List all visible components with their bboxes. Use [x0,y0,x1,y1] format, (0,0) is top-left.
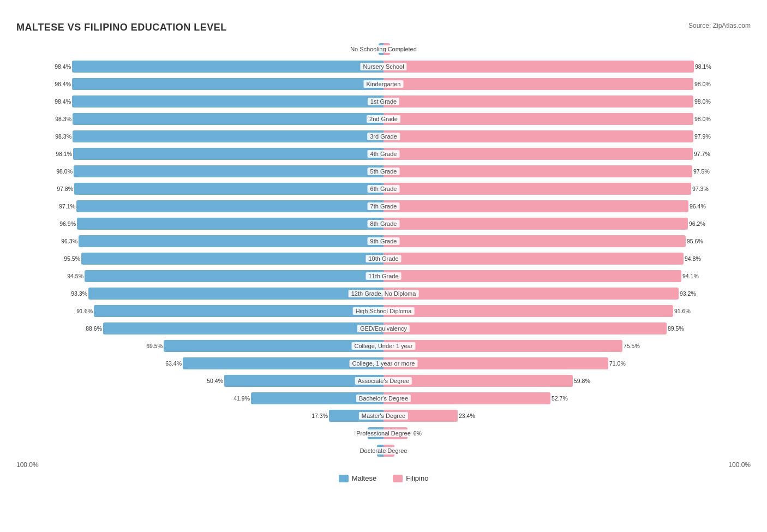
bar-row: 5.0% Professional Degree 7.6% [16,426,751,441]
bar-row: 88.6% GED/Equivalency 89.5% [16,321,751,336]
left-bar-wrap: 98.1% [16,146,384,162]
pink-value: 98.1% [695,63,711,70]
right-bar-wrap: 23.4% [384,408,751,423]
blue-value: 63.4% [165,360,182,367]
pink-bar [384,113,693,125]
bar-row: 94.5% 11th Grade 94.1% [16,268,751,284]
legend-filipino: Filipino [393,474,428,482]
blue-value: 94.5% [67,273,83,279]
label-center: 8th Grade [368,220,400,228]
pink-value: 94.1% [682,273,699,279]
legend-pink-box [393,475,403,482]
pink-bar [384,130,693,142]
right-bar-wrap: 96.2% [384,216,751,231]
pink-value: 71.0% [609,360,626,367]
blue-bar [72,95,384,107]
pink-bar [384,340,622,352]
left-bar-wrap: 96.3% [16,234,384,249]
pink-bar [384,253,684,265]
blue-bar [76,200,384,212]
axis-right: 100.0% [728,461,751,469]
blue-bar [72,78,384,90]
left-bar-wrap: 98.0% [16,164,384,179]
blue-value: 97.8% [57,186,73,192]
label-center: 12th Grade, No Diploma [349,290,419,297]
bar-row: 98.4% Kindergarten 98.0% [16,76,751,92]
pink-value: 23.4% [459,413,475,419]
pink-value: 93.2% [680,290,696,297]
pink-bar [384,148,693,160]
right-bar-wrap: 3.4% [384,443,751,458]
bar-row: 41.9% Bachelor's Degree 52.7% [16,391,751,406]
label-center: Bachelor's Degree [356,394,411,402]
bar-row: 1.6% No Schooling Completed 2.0% [16,41,751,57]
blue-value: 98.4% [55,81,71,87]
right-bar-wrap: 97.9% [384,129,751,144]
blue-bar [74,183,384,195]
label-center: 1st Grade [368,98,399,105]
blue-bar [74,165,384,177]
pink-value: 97.5% [693,168,710,175]
bar-row: 93.3% 12th Grade, No Diploma 93.2% [16,286,751,301]
pink-value: 98.0% [694,81,711,87]
bar-row: 96.3% 9th Grade 95.6% [16,234,751,249]
legend-blue-box [339,475,349,482]
chart-area: 1.6% No Schooling Completed 2.0% 98.4% N… [16,41,751,458]
blue-value: 96.3% [61,238,77,244]
bar-row: 96.9% 8th Grade 96.2% [16,216,751,231]
right-bar-wrap: 93.2% [384,286,751,301]
bar-row: 98.4% 1st Grade 98.0% [16,94,751,109]
label-center: Master's Degree [359,412,408,420]
pink-bar [384,322,667,334]
right-bar-wrap: 91.6% [384,303,751,319]
blue-value: 96.9% [59,220,76,227]
blue-value: 41.9% [233,395,250,402]
right-bar-wrap: 97.7% [384,146,751,162]
legend: Maltese Filipino [16,474,751,482]
left-bar-wrap: 88.6% [16,321,384,336]
bar-row: 63.4% College, 1 year or more 71.0% [16,356,751,371]
blue-bar [164,340,384,352]
blue-bar [77,218,384,230]
blue-value: 69.5% [146,343,163,349]
bar-row: 50.4% Associate's Degree 59.8% [16,373,751,388]
pink-bar [384,200,688,212]
right-bar-wrap: 96.4% [384,199,751,214]
bar-row: 69.5% College, Under 1 year 75.5% [16,338,751,354]
label-center: No Schooling Completed [347,45,420,53]
left-bar-wrap: 98.3% [16,129,384,144]
blue-value: 95.5% [64,255,80,262]
pink-value: 96.2% [689,220,705,227]
blue-value: 50.4% [207,378,223,384]
label-center: 5th Grade [368,168,400,175]
label-center: College, Under 1 year [351,342,415,350]
left-bar-wrap: 98.3% [16,111,384,127]
blue-bar [73,130,384,142]
pink-value: 96.4% [690,203,706,210]
right-bar-wrap: 98.0% [384,76,751,92]
pink-bar [384,218,688,230]
label-center: 6th Grade [368,185,400,193]
pink-value: 97.3% [692,186,709,192]
blue-value: 98.1% [56,151,72,157]
left-bar-wrap: 97.8% [16,181,384,196]
left-bar-wrap: 98.4% [16,76,384,92]
label-center: 9th Grade [368,237,400,245]
right-bar-wrap: 97.3% [384,181,751,196]
left-bar-wrap: 96.9% [16,216,384,231]
right-bar-wrap: 89.5% [384,321,751,336]
blue-bar [81,253,384,265]
label-center: Associate's Degree [355,377,412,385]
left-bar-wrap: 91.6% [16,303,384,319]
blue-bar [103,322,384,334]
left-bar-wrap: 17.3% [16,408,384,423]
right-bar-wrap: 7.6% [384,426,751,441]
bar-row: 98.0% 5th Grade 97.5% [16,164,751,179]
axis-labels: 100.0% 100.0% [16,461,751,469]
pink-bar [384,305,673,317]
pink-bar [384,78,693,90]
blue-value: 98.3% [55,116,71,122]
right-bar-wrap: 97.5% [384,164,751,179]
pink-bar [384,375,573,387]
source-text: Source: ZipAtlas.com [688,22,751,29]
